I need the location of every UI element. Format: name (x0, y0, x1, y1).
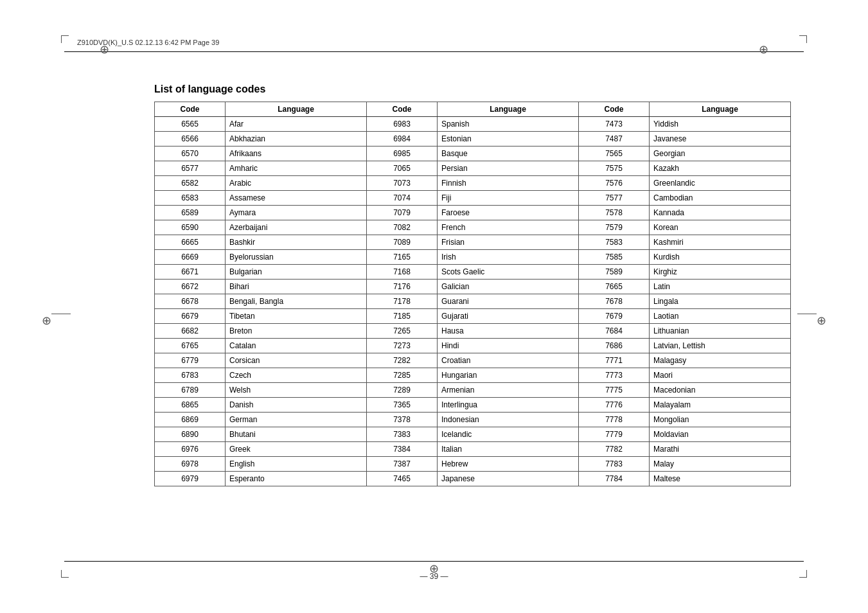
code-cell: 6783 (155, 368, 226, 383)
lang-cell: Czech (226, 368, 367, 383)
code-cell: 7779 (579, 427, 650, 442)
table-row: 6590Azerbaijani7082French7579Korean (155, 220, 791, 235)
code-cell: 7585 (579, 250, 650, 265)
code-cell: 6865 (155, 398, 226, 413)
code-cell: 7289 (367, 383, 438, 398)
code-cell: 6590 (155, 220, 226, 235)
table-header-row: Code Language Code Language Code Languag… (155, 102, 791, 117)
side-line-right (797, 314, 817, 314)
code-cell: 7589 (579, 265, 650, 280)
code-cell: 7778 (579, 413, 650, 427)
table-row: 6783Czech7285Hungarian7773Maori (155, 368, 791, 383)
lang-cell: Greek (226, 442, 367, 457)
code-cell: 6665 (155, 235, 226, 250)
lang-cell: Kannada (650, 206, 791, 220)
lang-cell: Afrikaans (226, 147, 367, 161)
code-cell: 7273 (367, 339, 438, 353)
code-cell: 7285 (367, 368, 438, 383)
corner-mark-tl (61, 35, 69, 43)
lang-cell: Faroese (438, 206, 579, 220)
lang-cell: Marathi (650, 442, 791, 457)
code-cell: 6589 (155, 206, 226, 220)
col-header-code3: Code (579, 102, 650, 117)
code-cell: 6678 (155, 294, 226, 309)
lang-cell: Macedonian (650, 383, 791, 398)
lang-cell: French (438, 220, 579, 235)
lang-cell: Amharic (226, 161, 367, 176)
code-cell: 6679 (155, 309, 226, 324)
lang-cell: Assamese (226, 191, 367, 206)
code-cell: 7265 (367, 324, 438, 339)
code-cell: 7487 (579, 132, 650, 147)
lang-cell: Esperanto (226, 472, 367, 486)
code-cell: 7185 (367, 309, 438, 324)
code-cell: 6671 (155, 265, 226, 280)
code-cell: 7178 (367, 294, 438, 309)
code-cell: 6583 (155, 191, 226, 206)
corner-mark-bl (61, 570, 69, 578)
table-row: 6589Aymara7079Faroese7578Kannada (155, 206, 791, 220)
table-row: 6582Arabic7073Finnish7576Greenlandic (155, 176, 791, 191)
code-cell: 6565 (155, 117, 226, 132)
code-cell: 7074 (367, 191, 438, 206)
code-cell: 7684 (579, 324, 650, 339)
code-cell: 7575 (579, 161, 650, 176)
lang-cell: Kirghiz (650, 265, 791, 280)
doc-header: Z910DVD(K)_U.S 02.12.13 6:42 PM Page 39 (77, 39, 791, 46)
lang-cell: Corsican (226, 353, 367, 368)
lang-cell: Armenian (438, 383, 579, 398)
code-cell: 6566 (155, 132, 226, 147)
code-cell: 7784 (579, 472, 650, 486)
crosshair-symbol: ⊕ (42, 314, 51, 327)
lang-cell: Byelorussian (226, 250, 367, 265)
code-cell: 7168 (367, 265, 438, 280)
lang-cell: Laotian (650, 309, 791, 324)
code-cell: 7465 (367, 472, 438, 486)
code-cell: 6577 (155, 161, 226, 176)
lang-cell: Italian (438, 442, 579, 457)
code-cell: 7073 (367, 176, 438, 191)
lang-cell: Guarani (438, 294, 579, 309)
language-codes-table: Code Language Code Language Code Languag… (154, 102, 791, 486)
code-cell: 7773 (579, 368, 650, 383)
table-row: 6979Esperanto7465Japanese7784Maltese (155, 472, 791, 486)
corner-mark-br (799, 570, 807, 578)
table-row: 6565Afar6983Spanish7473Yiddish (155, 117, 791, 132)
lang-cell: Frisian (438, 235, 579, 250)
lang-cell: Arabic (226, 176, 367, 191)
lang-cell: Bhutani (226, 427, 367, 442)
crosshair-mid-left: ⊕ (42, 315, 51, 326)
side-line-left (51, 314, 71, 314)
code-cell: 6682 (155, 324, 226, 339)
code-cell: 7176 (367, 280, 438, 294)
lang-cell: Bengali, Bangla (226, 294, 367, 309)
lang-cell: Lithuanian (650, 324, 791, 339)
lang-cell: Catalan (226, 339, 367, 353)
table-body: 6565Afar6983Spanish7473Yiddish6566Abkhaz… (155, 117, 791, 486)
main-content: List of language codes Code Language Cod… (154, 84, 791, 486)
lang-cell: Tibetan (226, 309, 367, 324)
lang-cell: Interlingua (438, 398, 579, 413)
table-row: 6669Byelorussian7165Irish7585Kurdish (155, 250, 791, 265)
code-cell: 7782 (579, 442, 650, 457)
table-row: 6577Amharic7065Persian7575Kazakh (155, 161, 791, 176)
lang-cell: Yiddish (650, 117, 791, 132)
code-cell: 6979 (155, 472, 226, 486)
lang-cell: Aymara (226, 206, 367, 220)
table-row: 6665Bashkir7089Frisian7583Kashmiri (155, 235, 791, 250)
lang-cell: Icelandic (438, 427, 579, 442)
table-title: List of language codes (154, 84, 791, 95)
page-container: ⊕ ⊕ ⊕ ⊕ ⊕ Z910DVD(K)_U.S 02.12.13 6:42 P… (0, 0, 868, 613)
lang-cell: Latin (650, 280, 791, 294)
code-cell: 7783 (579, 457, 650, 472)
lang-cell: Basque (438, 147, 579, 161)
lang-cell: Cambodian (650, 191, 791, 206)
table-row: 6890Bhutani7383Icelandic7779Moldavian (155, 427, 791, 442)
code-cell: 7473 (579, 117, 650, 132)
code-cell: 7383 (367, 427, 438, 442)
code-cell: 7089 (367, 235, 438, 250)
table-row: 6779Corsican7282Croatian7771Malagasy (155, 353, 791, 368)
lang-cell: Galician (438, 280, 579, 294)
code-cell: 7365 (367, 398, 438, 413)
lang-cell: Kurdish (650, 250, 791, 265)
